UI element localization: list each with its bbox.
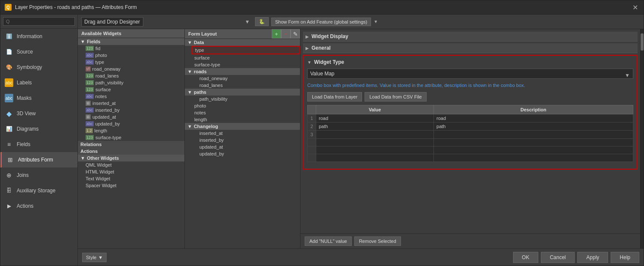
table-row[interactable]: 1 road road: [308, 114, 633, 123]
available-widgets-header: Available Widgets: [78, 29, 184, 38]
list-item[interactable]: path_visibility: [197, 96, 300, 102]
list-item[interactable]: Text Widget: [78, 175, 184, 182]
field-photo: photo: [95, 53, 107, 58]
roads-group-header[interactable]: ▼ roads: [185, 68, 300, 75]
roads-arrow: ▼: [187, 69, 192, 74]
ok-button[interactable]: OK: [513, 252, 538, 263]
list-item[interactable]: photo: [192, 102, 300, 109]
list-item[interactable]: abc updated_by: [78, 120, 184, 127]
list-item[interactable]: abc photo: [78, 52, 184, 59]
list-item[interactable]: 123 fid: [78, 45, 184, 52]
list-item[interactable]: road_oneway: [197, 75, 300, 82]
list-item[interactable]: Spacer Widget: [78, 182, 184, 189]
other-widgets-arrow: ▼: [80, 155, 85, 161]
right-scrollbar[interactable]: [640, 29, 644, 248]
list-item[interactable]: length: [192, 116, 300, 123]
add-element-button[interactable]: +: [272, 29, 281, 39]
list-item[interactable]: QML Widget: [78, 161, 184, 168]
sidebar-item-attributes-form[interactable]: ⊞ Attributes Form: [0, 152, 77, 167]
list-item[interactable]: abc type: [78, 59, 184, 66]
designer-select[interactable]: Drag and Drop Designer: [81, 17, 143, 27]
list-item[interactable]: abc inserted_by: [78, 107, 184, 114]
remove-element-button[interactable]: −: [281, 29, 291, 39]
form-layout-content: ▼ Data type surface surface-type: [185, 39, 300, 248]
list-item[interactable]: 123 path_visibility: [78, 79, 184, 86]
fields-group-header[interactable]: ▼ Fields: [78, 38, 184, 45]
description-cell-empty[interactable]: [434, 131, 633, 139]
list-item[interactable]: updated_by: [197, 150, 300, 157]
list-item[interactable]: notes: [192, 109, 300, 116]
relations-group-header[interactable]: Relations: [78, 141, 184, 148]
list-item[interactable]: ⊞ updated_at: [78, 114, 184, 120]
field-type: type: [95, 60, 104, 65]
data-group-header[interactable]: ▼ Data: [185, 39, 300, 46]
list-item[interactable]: 1.2 length: [78, 127, 184, 134]
description-cell-road[interactable]: road: [434, 114, 633, 123]
sidebar-item-actions[interactable]: ▶ Actions: [0, 198, 77, 214]
actions-icon: ▶: [5, 202, 13, 210]
list-item[interactable]: surface: [192, 54, 300, 61]
main-content: ℹ️ Information 📄 Source 🎨 Symbology abc …: [0, 15, 644, 266]
type-item[interactable]: type: [192, 46, 300, 54]
row-num-3: 3: [308, 131, 316, 139]
search-input[interactable]: [3, 17, 75, 26]
sidebar-item-3dview[interactable]: ◆ 3D View: [0, 106, 77, 121]
list-item[interactable]: t/f road_oneway: [78, 66, 184, 72]
python-button[interactable]: 🐍: [255, 17, 269, 26]
list-item[interactable]: 123 surface: [78, 86, 184, 93]
list-item[interactable]: abc notes: [78, 93, 184, 100]
sidebar-item-joins[interactable]: ⊕ Joins: [0, 167, 77, 183]
value-map-select[interactable]: Value Map Text Edit Check Box Range Uniq…: [307, 69, 633, 79]
sidebar-label-diagrams: Diagrams: [17, 126, 39, 132]
sidebar-label-symbology: Symbology: [17, 64, 42, 70]
other-widgets-group-header[interactable]: ▼ Other Widgets: [78, 155, 184, 161]
table-row[interactable]: 3: [308, 131, 633, 139]
widget-display-section-header[interactable]: ▶ Widget Display: [303, 32, 638, 42]
list-item[interactable]: ⊞ inserted_at: [78, 100, 184, 107]
sidebar-item-auxiliary-storage[interactable]: 🗄 Auxiliary Storage: [0, 183, 77, 198]
sidebar-item-fields[interactable]: ≡ Fields: [0, 137, 77, 152]
show-form-button[interactable]: Show Form on Add Feature (global setting…: [271, 18, 371, 26]
changelog-group-header[interactable]: ▼ Changelog: [185, 123, 300, 130]
list-item[interactable]: 123 surface-type: [78, 134, 184, 141]
sidebar-item-symbology[interactable]: 🎨 Symbology: [0, 60, 77, 75]
remove-selected-button[interactable]: Remove Selected: [354, 236, 401, 246]
list-item[interactable]: HTML Widget: [78, 168, 184, 175]
apply-button[interactable]: Apply: [577, 252, 608, 263]
style-button[interactable]: Style ▼: [82, 253, 107, 262]
value-cell-path[interactable]: path: [316, 123, 434, 131]
value-cell-road[interactable]: road: [316, 114, 434, 123]
actions-group-header[interactable]: Actions: [78, 148, 184, 155]
sidebar-item-labels[interactable]: abc Labels: [0, 75, 77, 90]
list-item[interactable]: inserted_at: [197, 130, 300, 137]
sidebar-item-masks[interactable]: abc Masks: [0, 90, 77, 106]
sidebar-item-information[interactable]: ℹ️ Information: [0, 29, 77, 44]
description-cell-path[interactable]: path: [434, 123, 633, 131]
window-title: Layer Properties - roads and paths — Att…: [15, 4, 137, 10]
list-item[interactable]: surface-type: [192, 61, 300, 68]
add-null-value-button[interactable]: Add "NULL" value: [305, 236, 352, 246]
paths-group-header[interactable]: ▼ paths: [185, 89, 300, 96]
table-row[interactable]: 2 path path: [308, 123, 633, 131]
field-path-visibility: path_visibility: [95, 80, 123, 85]
cancel-button[interactable]: Cancel: [541, 252, 575, 263]
list-item[interactable]: road_lanes: [197, 82, 300, 89]
list-item[interactable]: inserted_by: [197, 137, 300, 143]
edit-element-button[interactable]: ✎: [291, 29, 300, 39]
close-button[interactable]: ✕: [631, 3, 639, 12]
field-road-lanes: road_lanes: [95, 73, 119, 78]
sidebar-item-diagrams[interactable]: 📊 Diagrams: [0, 121, 77, 137]
style-arrow: ▼: [98, 255, 103, 260]
list-item[interactable]: 123 road_lanes: [78, 72, 184, 79]
value-cell-empty[interactable]: [316, 131, 434, 139]
list-item[interactable]: updated_at: [197, 143, 300, 150]
scroll-thumb[interactable]: [641, 33, 644, 51]
sidebar-item-source[interactable]: 📄 Source: [0, 44, 77, 60]
load-data-from-layer-button[interactable]: Load Data from Layer: [307, 92, 362, 102]
general-section-header[interactable]: ▶ General: [303, 43, 638, 53]
field-surface: surface: [95, 87, 111, 92]
general-title: General: [312, 45, 331, 51]
help-button[interactable]: Help: [611, 252, 639, 263]
fields-group-label: Fields: [87, 39, 101, 44]
load-data-from-csv-button[interactable]: Load Data from CSV File: [365, 92, 426, 102]
